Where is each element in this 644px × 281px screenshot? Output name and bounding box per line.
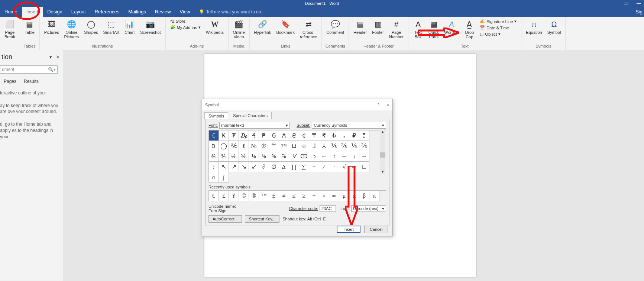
symbol-cell[interactable]: ⅜: [259, 151, 269, 162]
char-code-field[interactable]: 20AC: [320, 205, 336, 212]
symbol-cell[interactable]: ↖: [219, 162, 229, 172]
symbol-cell[interactable]: ⅝: [269, 151, 279, 162]
symbol-button[interactable]: ΩSymbol: [545, 18, 563, 35]
minimize-icon[interactable]: —: [637, 0, 641, 7]
recent-symbol-cell[interactable]: ±: [269, 191, 279, 201]
symbol-grid-scrollbar[interactable]: ▴ ▾: [380, 129, 385, 174]
my-addins-button[interactable]: 🧩My Add-ins▾: [170, 25, 201, 30]
symbol-cell[interactable]: ↗: [229, 162, 239, 172]
drop-cap-button[interactable]: A̲Drop Cap: [462, 18, 477, 40]
symbol-cell[interactable]: ₲: [269, 130, 279, 141]
recent-symbol-cell[interactable]: ÷: [309, 191, 319, 201]
pictures-button[interactable]: 🖼Pictures: [42, 18, 61, 35]
recent-symbol-cell[interactable]: €: [209, 191, 219, 201]
chart-button[interactable]: 📊Chart: [122, 18, 137, 35]
symbol-cell[interactable]: ⅟: [289, 151, 299, 162]
symbol-cell[interactable]: ₵: [299, 130, 309, 141]
symbol-cell[interactable]: ™: [279, 141, 289, 151]
ribbon-display-icon[interactable]: ▭: [624, 0, 628, 7]
symbol-cell[interactable]: ₾: [359, 130, 369, 141]
symbol-cell[interactable]: ⅞: [279, 151, 289, 162]
symbol-cell[interactable]: ₯: [239, 130, 249, 141]
nav-tab-results[interactable]: Results: [24, 79, 39, 84]
equation-button[interactable]: πEquation: [524, 18, 544, 35]
symbol-cell[interactable]: ℮: [299, 141, 309, 151]
symbol-cell[interactable]: ⅗: [209, 151, 219, 162]
dialog-help-icon[interactable]: ?: [377, 103, 379, 107]
symbol-cell[interactable]: ↔: [359, 151, 369, 162]
symbol-cell[interactable]: ⅔: [339, 141, 349, 151]
recent-symbol-cell[interactable]: ®: [249, 191, 259, 201]
dialog-tab-special-characters[interactable]: Special Characters: [229, 112, 272, 119]
symbol-cell[interactable]: ₳: [279, 130, 289, 141]
symbol-cell[interactable]: ∫: [219, 172, 229, 183]
footer-button[interactable]: ▥Footer: [370, 18, 386, 35]
recent-symbol-cell[interactable]: ≥: [299, 191, 309, 201]
tab-view[interactable]: View: [175, 7, 195, 17]
smartart-button[interactable]: ⬚SmartArt: [101, 18, 122, 35]
font-select[interactable]: (normal text)▾: [219, 122, 290, 129]
recent-symbol-cell[interactable]: ×: [319, 191, 329, 201]
tab-insert[interactable]: Insert: [22, 7, 43, 17]
symbol-cell[interactable]: ₽: [349, 130, 359, 141]
symbol-cell[interactable]: ↘: [239, 162, 249, 172]
symbol-cell[interactable]: ₭: [219, 130, 229, 141]
symbol-cell[interactable]: ∕: [319, 162, 329, 172]
wikipedia-button[interactable]: WWikipedia: [204, 18, 226, 35]
symbol-cell[interactable]: ₿: [209, 141, 219, 151]
symbol-cell[interactable]: ℓ: [239, 141, 249, 151]
hyperlink-button[interactable]: 🔗Hyperlink: [252, 18, 274, 35]
symbol-cell[interactable]: ⅃: [309, 141, 319, 151]
symbol-cell[interactable]: ∩: [209, 172, 219, 183]
symbol-cell[interactable]: √: [339, 162, 349, 172]
tab-references[interactable]: References: [90, 7, 124, 17]
bookmark-button[interactable]: 🔖Bookmark: [274, 18, 297, 35]
page-break-button[interactable]: ⬜Page Break: [2, 18, 17, 40]
recent-symbol-cell[interactable]: μ: [339, 191, 349, 201]
date-time-button[interactable]: 📅Date & Time: [480, 25, 517, 30]
wordart-button[interactable]: AWordArt: [442, 18, 461, 35]
object-button[interactable]: ▢Object▾: [480, 32, 517, 36]
symbol-cell[interactable]: ₴: [289, 130, 299, 141]
symbol-cell[interactable]: ⅙: [229, 151, 239, 162]
symbol-cell[interactable]: ↄ: [309, 151, 319, 162]
symbol-cell[interactable]: ∆: [279, 162, 289, 172]
symbol-cell[interactable]: ∅: [269, 162, 279, 172]
from-select[interactable]: Unicode (hex)▾: [351, 205, 386, 212]
tab-design[interactable]: Design: [43, 7, 67, 17]
tell-me-box[interactable]: 💡 Tell me what you want to do...: [199, 9, 265, 17]
cross-reference-button[interactable]: ⇄Cross- reference: [298, 18, 319, 40]
screenshot-button[interactable]: 📷Screenshot: [138, 18, 163, 35]
nav-search-field[interactable]: ument 🔍▾: [0, 65, 58, 74]
recent-symbol-cell[interactable]: ™: [259, 191, 269, 201]
table-button[interactable]: ▦Table: [22, 18, 37, 35]
symbol-cell[interactable]: ∑: [299, 162, 309, 172]
store-button[interactable]: 🛍Store: [170, 19, 201, 23]
symbol-cell[interactable]: ₮: [229, 130, 239, 141]
symbol-cell[interactable]: ←: [319, 151, 329, 162]
symbol-cell[interactable]: ₼: [339, 130, 349, 141]
recent-symbol-cell[interactable]: £: [219, 191, 229, 201]
symbol-cell[interactable]: ⅓: [329, 141, 339, 151]
shortcut-key-button[interactable]: Shortcut Key...: [245, 215, 279, 223]
symbol-cell[interactable]: ₸: [309, 130, 319, 141]
symbol-cell[interactable]: ↑: [329, 151, 339, 162]
symbol-cell[interactable]: ⅘: [219, 151, 229, 162]
shapes-button[interactable]: ◯Shapes: [82, 18, 100, 35]
recent-symbol-cell[interactable]: ¥: [229, 191, 239, 201]
symbol-cell[interactable]: №: [249, 141, 259, 151]
symbol-cell[interactable]: ∏: [289, 162, 299, 172]
symbol-cell[interactable]: ⅚: [239, 151, 249, 162]
sign-in[interactable]: Sig: [635, 9, 643, 14]
symbol-cell[interactable]: ◯: [219, 141, 229, 151]
symbol-cell[interactable]: ∂: [259, 162, 269, 172]
symbol-cell[interactable]: ↙: [249, 162, 259, 172]
subset-select[interactable]: Currency Symbols▾: [312, 122, 386, 129]
signature-line-button[interactable]: ✍Signature Line▾: [480, 19, 517, 24]
symbol-cell[interactable]: ∟: [359, 162, 369, 172]
nav-tab-pages[interactable]: Pages: [4, 79, 16, 84]
dialog-close-icon[interactable]: ✕: [386, 103, 389, 107]
symbol-cell[interactable]: ₹: [319, 130, 329, 141]
recent-symbol-cell[interactable]: ≠: [279, 191, 289, 201]
symbol-cell[interactable]: ₰: [249, 130, 259, 141]
